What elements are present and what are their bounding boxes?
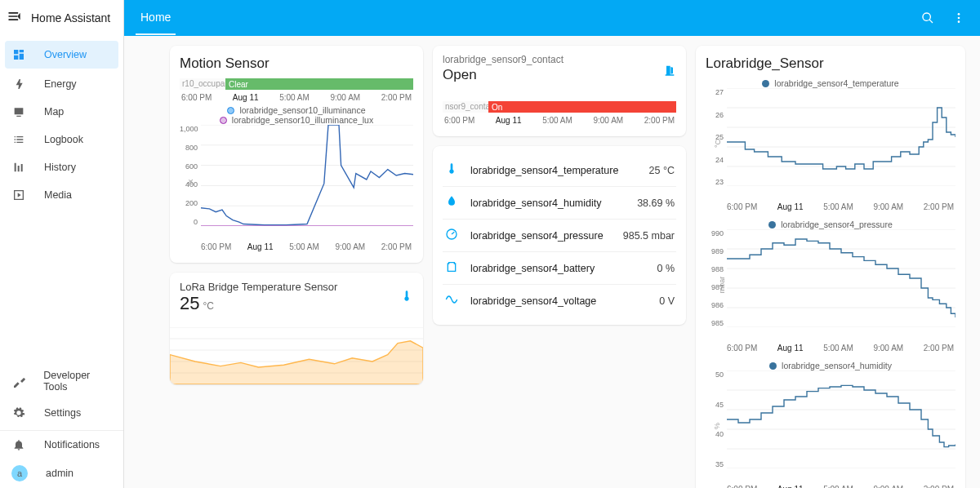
sidebar: Home Assistant Overview Energy Map Logbo… [0,0,124,488]
sidebar-item-label: Logbook [44,134,83,145]
sidebar-item-energy[interactable]: Energy [0,70,123,98]
card-title: Open [443,67,564,83]
time-axis: 6:00 PMAug 115:00 AM9:00 AM2:00 PM [706,199,956,215]
entity-row[interactable]: lorabridge_sensor4_battery 0 % [443,251,676,284]
sidebar-item-label: History [44,162,76,173]
thermometer-icon [444,162,459,178]
entity-name: lorabridge_sensor4_battery [470,263,645,274]
pressure-chart: 990 989 988 987 986 985 mbar [706,229,956,340]
sidebar-item-label: Settings [44,407,81,419]
bell-icon [11,437,26,452]
dashboard-icon [11,47,26,62]
chart-icon [11,160,26,175]
sidebar-item-devtools[interactable]: Developer Tools [0,363,123,399]
temperature-card[interactable]: LoRa Bridge Temperature Sensor 25°C [170,273,423,384]
sidebar-item-label: Energy [44,78,77,90]
entity-value: 38.69 % [637,197,675,209]
topbar: Home [124,0,980,36]
temperature-chart: 27 26 25 24 23 °C [706,88,956,199]
legend: lorabridge_sensor10_illuminance [180,105,413,115]
legend: lorabridge_sensor4_temperature [706,78,956,88]
bolt-icon [11,77,26,91]
dashboard: Motion Sensor r10_occupancy Clear 6:00 P… [124,36,980,488]
illuminance-chart: 1,000 800 600 400 200 0 lx [180,125,413,239]
statebar-label: r10_occupancy [180,78,225,90]
gear-icon [11,406,26,420]
brand: Home Assistant [0,0,123,36]
time-axis: 6:00 PMAug 115:00 AM9:00 AM2:00 PM [706,481,956,488]
entity-row[interactable]: lorabridge_sensor4_temperature 25 °C [443,154,676,186]
entity-value: 985.5 mbar [623,230,675,242]
primary-nav: Overview Energy Map Logbook History Medi… [0,36,123,363]
map-icon [11,104,26,119]
main: Home Motion Sensor r10_occupancy Clear 6… [124,0,980,488]
contact-statebar: nsor9_contact On [443,101,676,113]
water-icon [444,195,459,211]
sidebar-item-user[interactable]: a admin [0,459,123,488]
occupancy-statebar: r10_occupancy Clear [180,78,413,90]
thermometer-icon [400,290,413,306]
time-axis: 6:00 PM Aug 11 5:00 AM 9:00 AM 2:00 PM [180,90,413,105]
card-subtitle: lorabridge_sensor9_contact [443,54,564,65]
play-icon [11,188,26,202]
temperature-value: 25°C [180,293,337,314]
entity-name: lorabridge_sensor4_pressure [470,230,612,242]
entity-value: 0 % [657,263,675,274]
temperature-sparkline [170,327,423,384]
legend-dot-icon [220,117,227,124]
statebar-value: Clear [225,78,413,90]
avatar: a [11,465,28,481]
entity-value: 25 °C [649,165,675,176]
statebar-label: nsor9_contact [443,101,488,113]
time-axis: 6:00 PM Aug 11 5:00 AM 9:00 AM 2:00 PM [443,113,676,128]
sidebar-item-overview[interactable]: Overview [5,41,118,69]
sidebar-item-settings[interactable]: Settings [0,399,123,427]
entity-name: lorabridge_sensor4_temperature [470,165,638,176]
statebar-value: On [488,101,676,113]
sidebar-item-label: admin [46,468,74,479]
motion-sensor-card[interactable]: Motion Sensor r10_occupancy Clear 6:00 P… [170,46,423,263]
legend: lorabridge_sensor4_humidity [706,361,956,370]
card-title: Lorabridge_Sensor [706,55,956,72]
sidebar-item-label: Notifications [44,439,100,450]
entity-name: lorabridge_sensor4_voltage [470,295,648,307]
sidebar-item-map[interactable]: Map [0,98,123,126]
sidebar-item-label: Map [44,106,64,118]
humidity-chart: 50 45 40 35 % [706,370,956,481]
sensor4-history-card[interactable]: Lorabridge_Sensor lorabridge_sensor4_tem… [696,46,965,488]
sidebar-item-notifications[interactable]: Notifications [0,430,123,459]
sidebar-item-label: Media [44,189,72,201]
contact-sensor-card[interactable]: lorabridge_sensor9_contact Open nsor9_co… [433,46,686,136]
sidebar-item-history[interactable]: History [0,153,123,181]
tab-home[interactable]: Home [136,1,176,35]
legend: lorabridge_sensor10_illuminance_lux [180,115,413,125]
sidebar-item-label: Developer Tools [43,370,114,393]
sidebar-item-media[interactable]: Media [0,181,123,209]
entity-row[interactable]: lorabridge_sensor4_pressure 985.5 mbar [443,219,676,251]
entity-value: 0 V [659,295,675,307]
search-icon[interactable] [918,8,938,28]
battery-icon [444,260,459,276]
sensor4-entities-card: lorabridge_sensor4_temperature 25 °C lor… [433,146,686,325]
gauge-icon [444,228,459,243]
legend-dot-icon [227,107,234,114]
sine-icon [444,293,459,308]
wrench-icon [11,374,25,388]
entity-row[interactable]: lorabridge_sensor4_humidity 38.69 % [443,186,676,219]
door-open-icon [663,64,676,80]
legend-dot-icon [768,221,776,228]
card-title: LoRa Bridge Temperature Sensor [180,281,337,293]
sidebar-item-logbook[interactable]: Logbook [0,126,123,153]
legend: lorabridge_sensor4_pressure [706,220,956,229]
list-icon [11,132,26,147]
time-axis: 6:00 PM Aug 11 5:00 AM 9:00 AM 2:00 PM [180,239,413,255]
menu-collapse-icon[interactable] [7,8,23,28]
time-axis: 6:00 PMAug 115:00 AM9:00 AM2:00 PM [706,340,956,356]
legend-dot-icon [769,362,777,370]
card-title: Motion Sensor [180,55,413,72]
app-title: Home Assistant [31,11,110,24]
entity-row[interactable]: lorabridge_sensor4_voltage 0 V [443,284,676,317]
more-icon[interactable] [949,8,969,28]
legend-dot-icon [762,80,769,87]
entity-name: lorabridge_sensor4_humidity [470,197,626,209]
